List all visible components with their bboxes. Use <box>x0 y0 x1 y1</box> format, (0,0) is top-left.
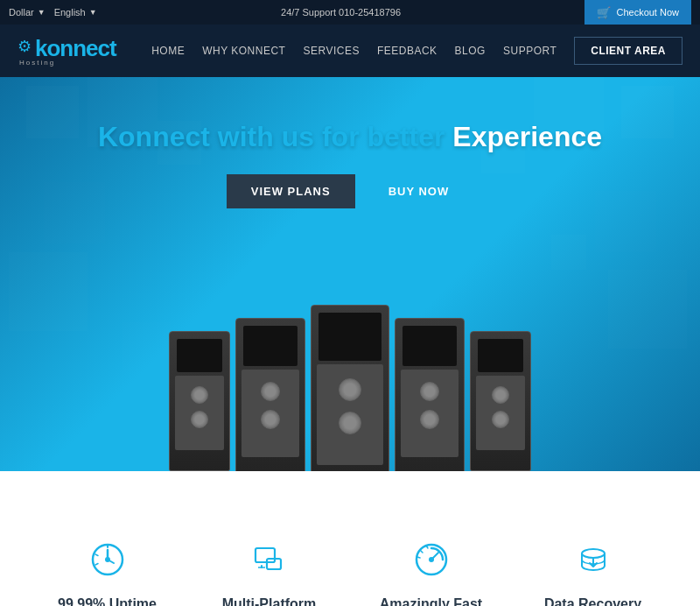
nav-support[interactable]: SUPPORT <box>503 45 556 57</box>
feature-uptime: 99.99% Uptime Lorem Ipsum is simply dumm… <box>26 524 188 606</box>
nav-home[interactable]: HOME <box>151 45 185 57</box>
fast-title: Amazingly Fast <box>368 596 494 606</box>
logo-main: onnect <box>46 35 116 61</box>
feature-platform: Multi-Platform Lorem Ipsum is simply dum… <box>188 524 350 606</box>
buy-now-button[interactable]: BUY NOW <box>364 174 474 208</box>
fast-icon <box>368 541 494 586</box>
language-dropdown[interactable]: English ▼ <box>54 7 97 18</box>
logo-prefix: k <box>35 35 46 61</box>
server-3 <box>311 305 389 471</box>
hero-section: Konnect with us for better Experience VI… <box>0 77 700 471</box>
nav-links: HOME WHY KONNECT SERVICES FEEDBACK BLOG … <box>151 37 682 65</box>
feature-recovery: Data Recovery Lorem Ipsum is simply dumm… <box>512 524 674 606</box>
nav-why-konnect[interactable]: WHY KONNECT <box>202 45 285 57</box>
svg-line-5 <box>95 554 98 556</box>
svg-line-14 <box>431 553 438 560</box>
checkout-button[interactable]: 🛒 Checkout Now <box>584 0 691 25</box>
platform-title: Multi-Platform <box>206 596 332 606</box>
servers-illustration <box>169 305 531 471</box>
top-bar: Dollar ▼ English ▼ 24/7 Support 010-2541… <box>0 0 700 25</box>
main-nav: ⚙ konnect Hosting HOME WHY KONNECT SERVI… <box>0 25 700 77</box>
logo[interactable]: ⚙ konnect Hosting <box>18 35 116 67</box>
view-plans-button[interactable]: VIEW PLANS <box>227 174 355 208</box>
svg-rect-7 <box>256 548 275 562</box>
svg-line-17 <box>417 557 420 558</box>
support-info: 24/7 Support 010-25418796 <box>281 7 401 18</box>
feature-fast: Amazingly Fast Lorem Ipsum is simply dum… <box>350 524 512 606</box>
svg-line-16 <box>420 550 423 553</box>
checkout-label: Checkout Now <box>616 7 679 18</box>
server-5 <box>470 331 531 471</box>
platform-icon <box>206 541 332 586</box>
currency-dropdown[interactable]: Dollar ▼ <box>9 7 46 18</box>
nav-feedback[interactable]: FEEDBACK <box>377 45 438 57</box>
language-arrow-icon: ▼ <box>89 8 97 17</box>
recovery-title: Data Recovery <box>529 596 656 606</box>
features-section: 99.99% Uptime Lorem Ipsum is simply dumm… <box>0 471 700 606</box>
hero-title: Konnect with us for better Experience <box>98 121 602 153</box>
hero-buttons: VIEW PLANS BUY NOW <box>98 174 602 208</box>
cart-icon: 🛒 <box>597 6 611 19</box>
currency-arrow-icon: ▼ <box>38 8 46 17</box>
language-label: English <box>54 7 86 18</box>
server-4 <box>395 318 465 471</box>
logo-icon: ⚙ <box>18 37 32 56</box>
svg-line-6 <box>95 564 98 566</box>
nav-services[interactable]: SERVICES <box>303 45 359 57</box>
uptime-icon <box>44 541 171 586</box>
server-2 <box>235 318 305 471</box>
top-bar-left: Dollar ▼ English ▼ <box>9 7 97 18</box>
recovery-icon <box>529 541 656 586</box>
currency-label: Dollar <box>9 7 34 18</box>
hero-content: Konnect with us for better Experience VI… <box>98 77 602 208</box>
svg-point-18 <box>582 549 605 558</box>
server-1 <box>169 331 230 471</box>
uptime-title: 99.99% Uptime <box>44 596 171 606</box>
nav-blog[interactable]: BLOG <box>455 45 486 57</box>
client-area-button[interactable]: CLIENT AREA <box>574 37 682 65</box>
